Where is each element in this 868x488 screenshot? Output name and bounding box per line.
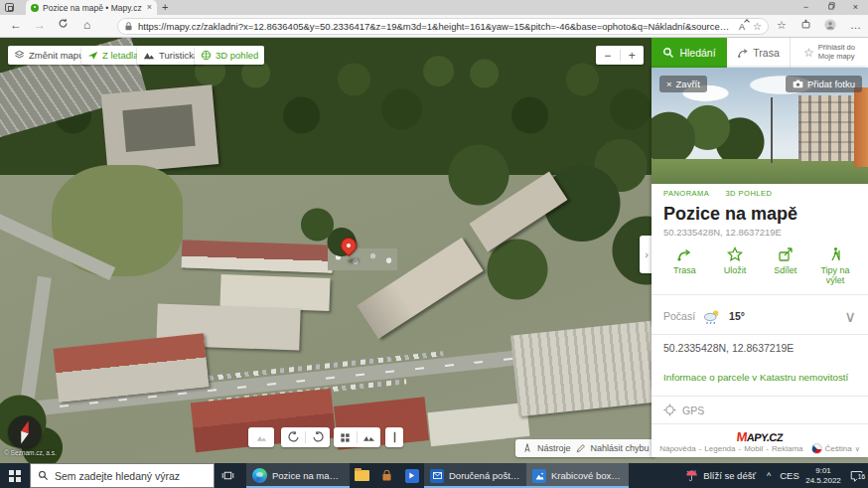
favorites-bar-icon[interactable]: ☆ bbox=[777, 19, 787, 32]
refresh-icon[interactable] bbox=[58, 18, 69, 32]
tray-clock[interactable]: 9:01 24.5.2022 bbox=[802, 466, 844, 486]
taskbar-app-movies[interactable] bbox=[399, 463, 424, 488]
share-icon bbox=[778, 246, 794, 262]
tools-button[interactable]: Nástroje bbox=[537, 443, 571, 453]
terrain-view-button[interactable] bbox=[358, 427, 380, 447]
notification-badge: 16 bbox=[857, 473, 866, 480]
pencil-icon bbox=[576, 443, 586, 453]
browser-tab-bar: Pozice na mapě • Mapy.cz × + − × bbox=[0, 0, 868, 15]
new-tab-button[interactable]: + bbox=[162, 1, 168, 13]
restore-button[interactable] bbox=[818, 0, 843, 15]
folder-icon bbox=[355, 470, 369, 481]
zoom-in-button[interactable]: + bbox=[621, 49, 645, 63]
browser-toolbar: ← → ⌂ https://mapy.cz/zakladni?x=12.8636… bbox=[0, 15, 868, 38]
separator: - bbox=[699, 444, 702, 453]
change-map-button[interactable]: Změnit mapu bbox=[8, 46, 89, 65]
map-feature-roadside-buildings-right bbox=[510, 321, 659, 416]
camera-icon bbox=[793, 80, 803, 88]
chevron-right-icon: › bbox=[645, 248, 649, 260]
collections-icon[interactable] bbox=[800, 19, 811, 32]
map-feature-bottom-light-building bbox=[427, 403, 529, 446]
taskbar-task-edge[interactable]: Pozice na mapě • ... bbox=[246, 463, 350, 488]
forward-icon: → bbox=[34, 18, 46, 32]
grid-icon bbox=[340, 432, 351, 443]
search-button[interactable]: Hledání bbox=[651, 38, 727, 68]
language-selector[interactable]: Čeština bbox=[825, 444, 852, 453]
photo-image-icon bbox=[532, 469, 546, 483]
back-icon[interactable]: ← bbox=[10, 18, 22, 32]
taskbar-task-outlook[interactable]: Doručená pošta - k... bbox=[424, 463, 526, 488]
tools-compass-icon bbox=[522, 443, 532, 453]
home-icon[interactable]: ⌂ bbox=[83, 18, 90, 32]
place-photo[interactable]: × Zavřít Přidat fotku bbox=[651, 68, 868, 184]
panel-tabs: PANORAMA 3D POHLED bbox=[663, 189, 772, 198]
tray-expand-button[interactable]: ^ bbox=[761, 471, 777, 481]
task-view-icon bbox=[221, 469, 234, 482]
chevron-down-icon: ∨ bbox=[844, 307, 856, 326]
grid-view-button[interactable] bbox=[334, 427, 357, 447]
tab-panorama[interactable]: PANORAMA bbox=[663, 189, 709, 198]
taskbar-search-input[interactable] bbox=[55, 470, 194, 482]
measure-button[interactable] bbox=[385, 427, 403, 447]
action-center-button[interactable]: 16 bbox=[844, 470, 868, 482]
action-trip-tips-button[interactable]: Tipy na výlet bbox=[810, 246, 860, 285]
footer-link-legend[interactable]: Legenda bbox=[704, 444, 735, 453]
task-view-button[interactable] bbox=[215, 463, 240, 488]
report-error-button[interactable]: Nahlásit chybu bbox=[591, 443, 650, 453]
tab-overview-icon[interactable] bbox=[5, 3, 14, 12]
action-save-button[interactable]: Uložit bbox=[710, 246, 761, 285]
cadastre-link[interactable]: Informace o parcele v Katastru nemovitos… bbox=[663, 372, 848, 383]
screen: Pozice na mapě • Mapy.cz × + − × ← → ⌂ h… bbox=[0, 0, 868, 488]
tray-weather[interactable]: Blíží se déšť bbox=[680, 469, 761, 482]
footer-link-ads[interactable]: Reklama bbox=[772, 444, 803, 453]
tab-3d-view[interactable]: 3D POHLED bbox=[725, 189, 772, 198]
plane-icon bbox=[87, 50, 98, 61]
rotate-control bbox=[281, 427, 330, 447]
taskbar-search[interactable] bbox=[30, 463, 215, 488]
minimize-button[interactable]: − bbox=[794, 0, 818, 15]
tab-close-icon[interactable]: × bbox=[147, 3, 152, 12]
start-button[interactable] bbox=[0, 463, 30, 488]
mountains-icon bbox=[143, 50, 155, 61]
footer-link-mobile[interactable]: Mobil bbox=[744, 444, 763, 453]
tray-time: 9:01 bbox=[815, 466, 831, 475]
taskbar-app-store[interactable] bbox=[374, 463, 399, 488]
action-share-button[interactable]: Sdílet bbox=[760, 246, 810, 285]
browser-menu-icon[interactable]: … bbox=[850, 19, 861, 31]
read-aloud-icon[interactable]: A bbox=[739, 22, 748, 32]
route-button[interactable]: Trasa bbox=[727, 38, 791, 68]
action-route-button[interactable]: Trasa bbox=[659, 246, 710, 285]
close-panel-button[interactable]: × Zavřít bbox=[659, 76, 707, 92]
close-window-button[interactable]: × bbox=[843, 0, 868, 15]
taskbar-task-photos[interactable]: Krabicové boxy na ... bbox=[526, 463, 629, 488]
weather-row[interactable]: Počasí 15° ∨ bbox=[663, 302, 856, 330]
map-feature-trees-center bbox=[293, 197, 362, 266]
tray-language[interactable]: CES bbox=[777, 470, 802, 481]
gps-icon bbox=[663, 404, 676, 416]
zoom-out-button[interactable]: − bbox=[596, 49, 620, 63]
map-attribution: © Seznam.cz, a.s. bbox=[4, 449, 57, 456]
browser-tab[interactable]: Pozice na mapě • Mapy.cz × bbox=[26, 0, 157, 15]
tilt-down-button[interactable] bbox=[248, 427, 274, 447]
address-bar[interactable]: https://mapy.cz/zakladni?x=12.8636405&y=… bbox=[117, 18, 769, 35]
mapycz-favicon bbox=[31, 4, 39, 12]
compass[interactable] bbox=[8, 415, 42, 449]
panel-action-buttons: Trasa Uložit Sdílet Tipy na výlet bbox=[659, 246, 860, 285]
search-icon bbox=[38, 470, 49, 481]
login-line2: Moje mapy bbox=[818, 52, 855, 61]
aerial-view-button[interactable]: Z letadla bbox=[81, 46, 144, 65]
profile-avatar-icon[interactable] bbox=[824, 19, 836, 33]
envelope-icon bbox=[430, 469, 444, 483]
gps-row[interactable]: GPS bbox=[663, 404, 704, 416]
taskbar-app-file-explorer[interactable] bbox=[350, 463, 374, 488]
windows-taskbar: Pozice na mapě • ... Doručená pošta - k.… bbox=[0, 463, 868, 488]
zoom-control: − + bbox=[596, 46, 644, 65]
add-photo-button[interactable]: Přidat fotku bbox=[786, 76, 862, 92]
rotate-right-button[interactable] bbox=[306, 427, 330, 447]
store-bag-icon bbox=[380, 469, 393, 482]
rotate-left-button[interactable] bbox=[281, 427, 305, 447]
view-3d-button[interactable]: 3D pohled bbox=[195, 46, 264, 65]
login-my-maps-button[interactable]: ☆ Přihlásit do Moje mapy bbox=[791, 38, 868, 68]
favorites-star-icon[interactable]: ☆ bbox=[753, 21, 762, 32]
footer-link-help[interactable]: Nápověda bbox=[659, 444, 695, 453]
